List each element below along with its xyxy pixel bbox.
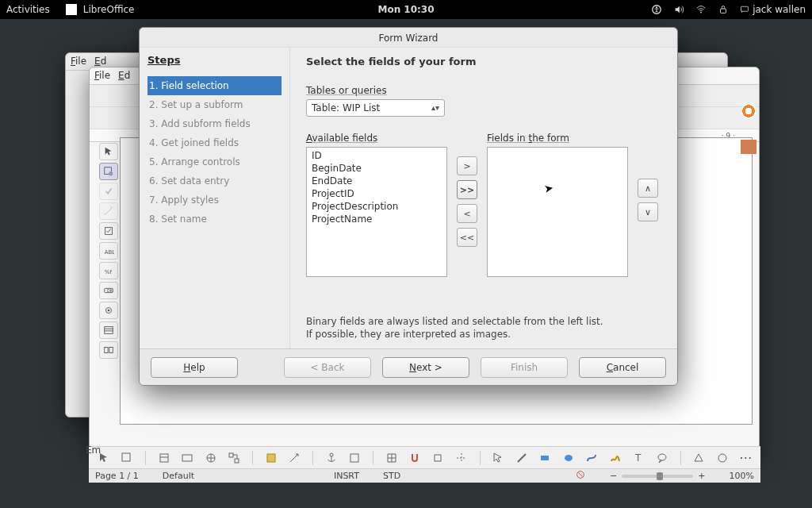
snap-icon[interactable] (406, 450, 423, 466)
svg-rect-14 (105, 327, 113, 334)
svg-rect-26 (267, 454, 275, 462)
menu-file[interactable]: File (94, 70, 110, 82)
svg-point-32 (565, 455, 573, 461)
freeform-icon[interactable] (607, 450, 623, 466)
svg-point-13 (108, 310, 110, 312)
tables-queries-combo[interactable]: Table: WIP List ▴▾ (306, 99, 445, 117)
form-design-icon[interactable] (118, 450, 135, 466)
form-fields-listbox[interactable] (487, 147, 628, 277)
cursor-icon[interactable] (490, 450, 507, 466)
slider-thumb[interactable] (657, 472, 663, 480)
step-1-field-selection[interactable]: 1. Field selection (147, 76, 282, 95)
list-item[interactable]: EndDate (308, 175, 445, 187)
help-buoy-icon[interactable] (741, 103, 756, 119)
svg-rect-19 (122, 453, 130, 461)
move-down-button[interactable]: ∨ (638, 202, 658, 221)
zoom-out-icon[interactable]: − (610, 471, 617, 481)
zoom-slider[interactable]: − + (610, 471, 705, 481)
select-tool-icon[interactable] (99, 143, 118, 160)
accessibility-icon[interactable] (651, 4, 662, 15)
activation-order-icon[interactable] (285, 450, 302, 466)
gallery-icon[interactable] (741, 140, 756, 154)
svg-rect-20 (160, 454, 168, 462)
wand-icon[interactable] (99, 202, 118, 220)
basic-shapes-icon[interactable] (691, 450, 707, 466)
formatted-field-icon[interactable]: %f (99, 262, 118, 279)
list-item[interactable]: BeginDate (308, 162, 445, 175)
activities-button[interactable]: Activities (6, 4, 50, 15)
step-6-set-data-entry[interactable]: 6. Set data entry (147, 171, 282, 190)
menu-edit[interactable]: Ed (118, 70, 130, 82)
properties-icon[interactable] (155, 450, 172, 466)
step-3-add-subform-fields[interactable]: 3. Add subform fields (147, 114, 282, 133)
step-2-setup-subform[interactable]: 2. Set up a subform (147, 95, 282, 114)
navigator-icon[interactable] (202, 450, 219, 466)
volume-icon[interactable] (673, 4, 684, 15)
info-text: Binary fields are always listed and sele… (306, 315, 603, 341)
finish-button[interactable]: Finish (481, 357, 568, 378)
step-8-set-name[interactable]: 8. Set name (147, 210, 282, 229)
lock-icon[interactable] (718, 4, 729, 15)
menu-file[interactable]: FFileile (71, 56, 86, 67)
svg-point-2 (700, 12, 702, 13)
form-design-icon[interactable] (99, 163, 118, 180)
move-up-button[interactable]: ∧ (638, 179, 658, 198)
dialog-title: Form Wizard (140, 28, 677, 48)
zoom-in-icon[interactable]: + (698, 471, 705, 481)
remove-field-button[interactable]: < (457, 204, 477, 223)
anchor-icon[interactable] (323, 450, 339, 466)
ellipse-icon[interactable] (560, 450, 576, 466)
list-item[interactable]: ProjectID (308, 187, 445, 200)
zoom-percent[interactable]: 100% (730, 471, 754, 481)
add-field-button[interactable]: > (457, 156, 477, 175)
guides-icon[interactable] (430, 450, 446, 466)
drawing-toolbar: T ⋯ (89, 446, 760, 468)
radio-control-icon[interactable] (99, 302, 118, 319)
next-button[interactable]: Next > (382, 357, 469, 378)
available-fields-label: Available fields (306, 133, 447, 144)
pushbutton-control-icon[interactable]: OK (99, 282, 118, 299)
wifi-icon[interactable] (695, 4, 707, 15)
list-item[interactable]: ProjectName (308, 213, 445, 225)
curve-icon[interactable] (584, 450, 600, 466)
form-properties-icon[interactable] (178, 450, 195, 466)
callout-icon[interactable] (653, 450, 670, 466)
align-icon[interactable] (346, 450, 362, 466)
helplines-icon[interactable] (453, 450, 469, 466)
text-icon[interactable]: T (630, 450, 647, 466)
panel-clock[interactable]: Mon 10:30 (377, 4, 434, 15)
truncated-title: Em (86, 444, 101, 456)
more-icon[interactable]: ⋯ (737, 450, 754, 466)
grid-icon[interactable] (383, 450, 400, 466)
menu-edit[interactable]: Ed (94, 56, 106, 67)
insert-mode[interactable]: INSRT (334, 471, 359, 481)
tab-order-icon[interactable] (225, 450, 242, 466)
help-button[interactable]: Help (151, 357, 238, 378)
add-field-icon[interactable] (262, 450, 279, 466)
app-menu[interactable]: LibreOffice (66, 4, 135, 15)
add-all-fields-button[interactable]: >> (457, 180, 477, 199)
info-line-1: Binary fields are always listed and sele… (306, 315, 603, 328)
checkbox-control-icon[interactable] (99, 222, 118, 240)
svg-point-1 (656, 6, 657, 8)
rect-icon[interactable] (537, 450, 553, 466)
back-button[interactable]: < Back (284, 357, 371, 378)
remove-all-fields-button[interactable]: << (457, 228, 477, 247)
listbox-control-icon[interactable] (99, 321, 118, 339)
list-item[interactable]: ID (308, 149, 445, 162)
user-menu[interactable]: jack wallen (740, 4, 806, 15)
step-7-apply-styles[interactable]: 7. Apply styles (147, 190, 282, 210)
symbol-shapes-icon[interactable] (714, 450, 730, 466)
list-item[interactable]: ProjectDescription (308, 200, 445, 213)
cancel-button[interactable]: Cancel (579, 357, 666, 378)
label-control-icon[interactable]: ABL (99, 242, 118, 260)
selection-mode[interactable]: STD (383, 471, 400, 481)
more-controls-icon[interactable] (99, 341, 118, 359)
step-5-arrange-controls[interactable]: 5. Arrange controls (147, 152, 282, 171)
control-wizard-icon[interactable] (99, 183, 118, 200)
svg-point-35 (718, 454, 726, 462)
line-icon[interactable] (513, 450, 530, 466)
step-4-joined-fields[interactable]: 4. Get joined fields (147, 133, 282, 152)
slider-track[interactable] (622, 475, 693, 478)
available-fields-listbox[interactable]: ID BeginDate EndDate ProjectID ProjectDe… (306, 147, 447, 277)
